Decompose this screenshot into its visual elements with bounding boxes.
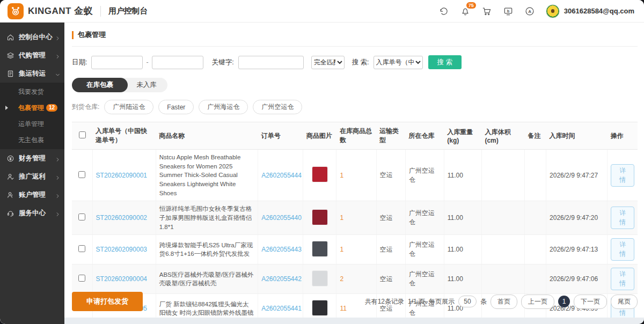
order-number-link[interactable]: A2602055443 xyxy=(261,246,302,253)
page-summary: 1/1 页 xyxy=(408,297,425,306)
in-stock-qty-link[interactable]: 1 xyxy=(340,214,343,222)
date-from-input[interactable] xyxy=(91,56,143,69)
date-label: 日期: xyxy=(72,58,87,67)
chevron-icon xyxy=(55,53,60,58)
sidebar-item[interactable]: 财务管理 xyxy=(0,149,64,167)
date-to-input[interactable] xyxy=(152,56,203,69)
request-pack-ship-button[interactable]: 申请打包发货 xyxy=(72,292,143,311)
product-image xyxy=(312,270,328,286)
warehouse-pill[interactable]: 广州海运仓 xyxy=(199,100,248,114)
inbound-time: 2026/2/9 9:47:20 xyxy=(546,201,608,235)
inbound-volume xyxy=(481,235,524,264)
history-icon[interactable] xyxy=(438,6,449,17)
inbound-number-link[interactable]: ST202602090002 xyxy=(96,214,147,222)
video-monitor-icon[interactable]: b xyxy=(503,6,514,17)
row-checkbox[interactable] xyxy=(78,275,85,282)
inbound-number-link[interactable]: ST202602090001 xyxy=(96,172,147,179)
sidebar-item[interactable]: 控制台中心 xyxy=(0,28,64,46)
header-divider xyxy=(100,6,101,17)
user-email: 3061628584@qq.com xyxy=(564,7,634,15)
sidebar-subitem[interactable]: 无主包裹 xyxy=(0,132,64,148)
product-image xyxy=(312,209,328,225)
product-image xyxy=(312,241,328,257)
first-page-button[interactable]: 首页 xyxy=(491,294,517,309)
sidebar-nav: 控制台中心 代购管理 集运转运 我要发货 包裹管理 12 运单管理 无主包裹 财… xyxy=(0,23,64,324)
table-row: ST202602090001 Nstcu Apple Mesh Breathab… xyxy=(72,150,638,201)
warehouse-pill[interactable]: 广州空运仓 xyxy=(253,100,302,114)
transport-type: 空运 xyxy=(376,150,405,201)
detail-button[interactable]: 详情 xyxy=(611,164,634,187)
row-checkbox[interactable] xyxy=(78,245,85,252)
page-title: 包裹管理 xyxy=(78,30,106,40)
top-header: KINGANT 金蚁 用户控制台 75 b A 3061628584@qq.co… xyxy=(0,0,644,23)
prev-page-button[interactable]: 上一页 xyxy=(521,294,554,309)
svg-text:b: b xyxy=(507,9,510,13)
in-stock-qty-link[interactable]: 1 xyxy=(340,246,343,253)
column-header: 入库时间 xyxy=(546,122,608,150)
finance-icon xyxy=(6,154,14,163)
warehouse-name: 广州空运仓 xyxy=(405,235,444,264)
transport-type: 空运 xyxy=(376,235,405,264)
select-all-checkbox[interactable] xyxy=(79,131,86,138)
sidebar-subitem[interactable]: 运单管理 xyxy=(0,116,64,132)
date-separator: - xyxy=(146,58,148,66)
table-footer: 申请打包发货 共有12条记录 1/1 页 每页展示 条 首页 上一页 1 下一页… xyxy=(72,285,638,318)
bell-icon[interactable]: 75 xyxy=(460,6,471,17)
sidebar-item[interactable]: 账户管理 xyxy=(0,186,64,204)
warehouse-name: 广州空运仓 xyxy=(405,201,444,235)
chevron-icon xyxy=(55,156,60,161)
order-number-link[interactable]: A2602055442 xyxy=(261,275,302,283)
in-stock-qty-link[interactable]: 1 xyxy=(340,172,343,179)
detail-button[interactable]: 详情 xyxy=(611,238,634,261)
page-size-input[interactable] xyxy=(458,296,477,307)
inbound-volume xyxy=(481,150,524,201)
cart-icon[interactable] xyxy=(481,6,492,17)
sidebar-item[interactable]: 服务中心 xyxy=(0,204,64,222)
warehouse-pill[interactable]: 广州陆运仓 xyxy=(104,100,153,114)
sidebar-item[interactable]: 代购管理 xyxy=(0,46,64,64)
order-number-link[interactable]: A2602055440 xyxy=(261,214,302,222)
warehouse-pill[interactable]: Faster xyxy=(158,100,194,114)
inbound-number-link[interactable]: ST202602090004 xyxy=(96,275,147,283)
svg-text:A: A xyxy=(528,9,531,13)
detail-button[interactable]: 详情 xyxy=(611,207,634,229)
sidebar-subitem[interactable]: 我要发货 xyxy=(0,84,64,100)
per-page-label: 每页展示 xyxy=(429,297,455,306)
column-header: 商品名称 xyxy=(156,122,258,150)
last-page-button[interactable]: 尾页 xyxy=(611,294,638,309)
keyword-input[interactable] xyxy=(238,56,304,69)
sidebar-subitem[interactable]: 包裹管理 12 xyxy=(0,100,64,116)
records-summary: 共有12条记录 xyxy=(365,297,404,306)
sidebar-item[interactable]: 推广返利 xyxy=(0,167,64,186)
chevron-icon xyxy=(55,71,60,76)
column-header: 入库体积(cm) xyxy=(481,122,524,150)
product-name: 跨境爆款智能手机S25 Ultra厂家现货6.8寸1+16一体机外贸代发批发 xyxy=(156,235,258,264)
match-mode-select[interactable]: 完全匹配 xyxy=(311,56,345,69)
inbound-weight: 11.00 xyxy=(444,235,481,264)
tab-in-stock[interactable]: 在库包裹 xyxy=(72,78,128,92)
column-header: 在库商品总数 xyxy=(336,122,376,150)
service-icon xyxy=(6,209,14,217)
next-page-button[interactable]: 下一页 xyxy=(574,294,607,309)
table-row: ST202602090003 跨境爆款智能手机S25 Ultra厂家现货6.8寸… xyxy=(72,235,638,264)
page-title-row: 包裹管理 xyxy=(72,28,638,42)
row-checkbox[interactable] xyxy=(78,171,85,178)
inbound-time: 2026/2/9 9:47:13 xyxy=(546,235,608,264)
avatar xyxy=(546,4,560,18)
unit-label: 条 xyxy=(480,297,487,306)
circle-a-icon[interactable]: A xyxy=(524,6,535,17)
search-type-select[interactable]: 入库单号（中国快递单号） xyxy=(374,56,423,69)
current-page-button[interactable]: 1 xyxy=(558,296,570,307)
search-button[interactable]: 搜 索 xyxy=(428,55,462,69)
sidebar-item[interactable]: 集运转运 xyxy=(0,64,64,83)
in-stock-qty-link[interactable]: 2 xyxy=(340,275,343,283)
account-chip[interactable]: 3061628584@qq.com xyxy=(546,4,634,18)
row-checkbox[interactable] xyxy=(78,213,85,220)
warehouse-filter-row: 到货仓库: 广州陆运仓Faster广州海运仓广州空运仓 xyxy=(72,99,638,122)
warehouse-name: 广州空运仓 xyxy=(405,150,444,201)
keyword-label: 关键字: xyxy=(212,58,234,67)
main-content: 包裹管理 日期: - 关键字: 完全匹配 搜 索: 入库单号（中国快递单号） 搜… xyxy=(64,23,644,318)
inbound-number-link[interactable]: ST202602090003 xyxy=(96,246,147,253)
column-header: 操作 xyxy=(608,122,638,150)
order-number-link[interactable]: A2602055444 xyxy=(261,172,302,179)
